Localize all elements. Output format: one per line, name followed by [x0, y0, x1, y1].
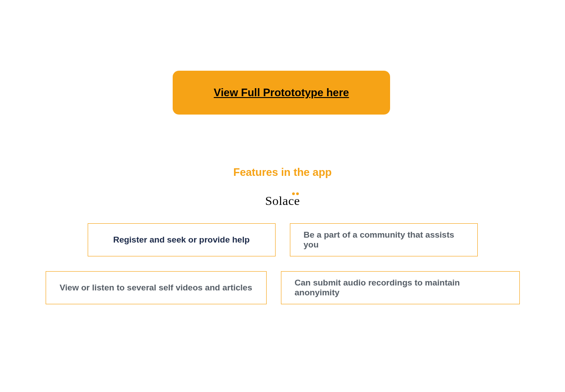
feature-row-1: Register and seek or provide help Be a p… [88, 223, 478, 256]
view-prototype-label: View Full Protototype here [214, 86, 349, 99]
feature-row-2: View or listen to several self videos an… [46, 271, 520, 304]
logo-text: Solace [265, 194, 300, 208]
view-prototype-button[interactable]: View Full Protototype here [173, 71, 390, 115]
feature-grid: Register and seek or provide help Be a p… [0, 223, 565, 304]
feature-card-audio: Can submit audio recordings to maintain … [281, 271, 520, 304]
logo-text-label: Solace [265, 194, 300, 208]
feature-card-videos-text: View or listen to several self videos an… [59, 283, 252, 293]
feature-card-videos: View or listen to several self videos an… [46, 271, 267, 304]
feature-card-audio-text: Can submit audio recordings to maintain … [295, 278, 506, 298]
feature-card-register-text: Register and seek or provide help [113, 235, 250, 245]
feature-card-community: Be a part of a community that assists yo… [290, 223, 478, 256]
feature-card-community-text: Be a part of a community that assists yo… [304, 230, 464, 250]
logo: Solace [0, 194, 565, 208]
feature-card-register: Register and seek or provide help [88, 223, 276, 256]
features-heading: Features in the app [0, 166, 565, 179]
logo-dots-icon [292, 192, 299, 195]
